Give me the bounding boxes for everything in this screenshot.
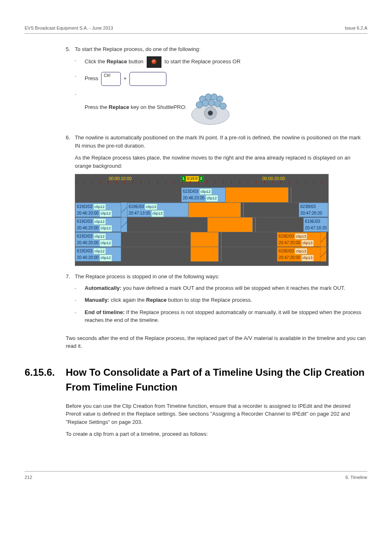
timeline-row: 623D/03clip12 20:46:23:05clip12 bbox=[75, 187, 328, 202]
step7-number: 7. bbox=[66, 273, 75, 328]
step5-sub3: Press the Replace key on the ShuttlePRO: bbox=[85, 90, 367, 125]
timeline-screenshot: 00:00:10:00 1 0:15:0 2 00:00:20:00 bbox=[75, 174, 329, 266]
step7-text: The Replace process is stopped in one of… bbox=[75, 273, 219, 280]
bullet: ◦ bbox=[75, 56, 85, 68]
replace-button-icon bbox=[147, 56, 161, 68]
page-footer: 212 6. Timeline bbox=[25, 471, 367, 481]
section-heading: 6.15.6. How To Consolidate a Part of a T… bbox=[25, 365, 367, 395]
svg-point-2 bbox=[208, 111, 213, 116]
svg-point-11 bbox=[220, 103, 226, 109]
footer-page-number: 212 bbox=[25, 474, 32, 481]
transition-icon bbox=[121, 217, 127, 232]
bullet: ◦ bbox=[75, 296, 85, 304]
transition-icon bbox=[321, 247, 326, 261]
transition-icon bbox=[121, 203, 127, 217]
shuttlepro-icon bbox=[188, 90, 233, 125]
step5-text: To start the Replace process, do one of … bbox=[75, 46, 201, 52]
timeline-row: 619D/03clip12 20:46:20:00clip12 619E/03c… bbox=[75, 232, 328, 247]
step5-sub2: Press Ctrl + bbox=[85, 72, 367, 86]
step7-sub2: Manually: click again the Replace button… bbox=[85, 296, 367, 304]
page-header: EVS Broadcast Equipment S.A. - June 2013… bbox=[25, 25, 367, 34]
footer-chapter: 6. Timeline bbox=[346, 474, 367, 481]
section-title: How To Consolidate a Part of a Timeline … bbox=[66, 365, 367, 395]
svg-point-9 bbox=[208, 99, 215, 106]
header-left: EVS Broadcast Equipment S.A. - June 2013 bbox=[25, 25, 113, 32]
step7-sub1: Automatically: you have defined a mark O… bbox=[85, 284, 367, 292]
section-number: 6.15.6. bbox=[25, 365, 66, 395]
step5-number: 5. bbox=[66, 45, 75, 130]
timeline-row: 619D/03clip12 20:46:20:00clip12 619E/03 … bbox=[75, 217, 328, 232]
bullet: ◦ bbox=[75, 90, 85, 125]
step6-p1: The nowline is automatically positioned … bbox=[75, 134, 361, 149]
closing-paragraph: Two seconds after the end of the Replace… bbox=[66, 334, 367, 350]
step7-sub3: End of timeline: If the Replace process … bbox=[85, 308, 367, 324]
transition-icon bbox=[321, 232, 326, 247]
step6-p2: As the Replace process takes place, the … bbox=[75, 154, 367, 170]
svg-point-8 bbox=[202, 100, 209, 106]
step5-sub1: Click the Replace button to start the Re… bbox=[85, 56, 367, 68]
svg-point-7 bbox=[196, 102, 203, 108]
blank-key-icon bbox=[129, 72, 166, 86]
bullet: ◦ bbox=[75, 284, 85, 292]
section-p2: To create a clip from a part of a timeli… bbox=[66, 430, 367, 438]
step6-number: 6. bbox=[66, 134, 75, 266]
bullet: ◦ bbox=[75, 72, 85, 86]
ctrl-key-icon: Ctrl bbox=[101, 72, 121, 86]
timeline-row: 619D/03clip12 20:46:20:00clip12 619E/03c… bbox=[75, 202, 328, 217]
timeline-row: 619D/03clip12 20:46:20:00clip12 619E/03c… bbox=[75, 247, 328, 261]
header-right: Issue 6.2.A bbox=[345, 25, 367, 32]
section-p1: Before you can use the Clip Creation fro… bbox=[66, 402, 367, 426]
bullet: ◦ bbox=[75, 308, 85, 324]
timeline-ruler: 00:00:10:00 1 0:15:0 2 00:00:20:00 bbox=[75, 174, 328, 183]
